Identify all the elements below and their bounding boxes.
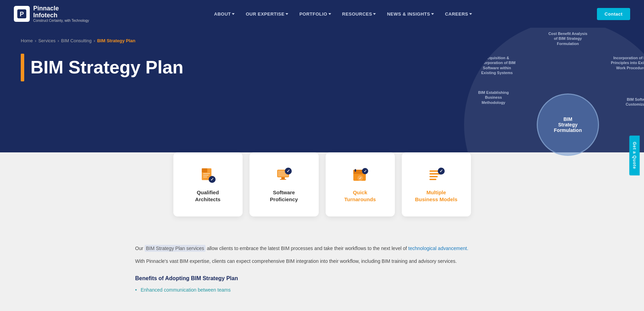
benefits-heading: Benefits of Adopting BIM Strategy Plan — [135, 275, 509, 282]
architects-icon-wrapper: ✓ — [199, 166, 217, 184]
feature-label-turnarounds: QuickTurnarounds — [344, 189, 376, 203]
svg-rect-5 — [203, 175, 209, 176]
breadcrumb-sep: › — [94, 38, 95, 43]
breadcrumb-current: BIM Strategy Plan — [97, 38, 136, 43]
svg-text:P: P — [20, 11, 24, 18]
turnarounds-icon: ✓ ✓ — [351, 166, 369, 184]
svg-rect-11 — [281, 177, 285, 179]
svg-rect-26 — [429, 176, 438, 177]
chevron-down-icon — [469, 13, 472, 15]
svg-rect-4 — [203, 173, 210, 174]
svg-rect-12 — [280, 179, 286, 180]
benefits-list: Enhanced communication between teams — [135, 285, 509, 295]
nav-item-expertise[interactable]: OUR EXPERTISE — [240, 0, 294, 28]
bim-diagram: Cost Benefit Analysis of BIM Strategy Fo… — [464, 28, 644, 173]
nav-item-resources[interactable]: RESOURCES — [337, 0, 382, 28]
business-icon: ✓ — [427, 166, 445, 184]
breadcrumb-sep: › — [58, 38, 59, 43]
software-icon: ✓ — [275, 166, 293, 184]
svg-text:✓: ✓ — [363, 169, 366, 173]
software-icon-wrapper: ✓ — [275, 166, 293, 184]
hero-section: Home › Services › BIM Consulting › BIM S… — [0, 28, 644, 173]
bim-label-software-custom: BIM Software Customization — [616, 97, 644, 107]
svg-rect-3 — [202, 168, 207, 172]
features-section: ✓ QualifiedArchitects ✓ SoftwareProfi — [0, 152, 644, 230]
logo[interactable]: P PinnacleInfotech Construct Certainty, … — [14, 5, 89, 23]
chevron-down-icon — [232, 13, 235, 15]
navbar: P PinnacleInfotech Construct Certainty, … — [0, 0, 644, 28]
brand-tagline: Construct Certainty, with Technology — [33, 19, 89, 23]
turnarounds-icon-wrapper: ✓ ✓ — [351, 166, 369, 184]
breadcrumb-services[interactable]: Services — [38, 38, 56, 43]
svg-text:✓: ✓ — [287, 169, 290, 174]
architects-icon: ✓ — [199, 166, 217, 184]
contact-button[interactable]: Contact — [597, 8, 630, 20]
bim-center-text: BIMStrategyFormulation — [554, 116, 582, 133]
chevron-down-icon — [285, 13, 288, 15]
bim-label-incorporation: Incorporation of BIM Principles into Exi… — [609, 55, 644, 70]
feature-card-software[interactable]: ✓ SoftwareProficiency — [250, 152, 319, 216]
page-title: BIM Strategy Plan — [30, 57, 183, 77]
business-icon-wrapper: ✓ — [427, 166, 445, 184]
content-paragraph1: Our BIM Strategy Plan services allow cli… — [135, 244, 509, 253]
feature-card-business[interactable]: ✓ MultipleBusiness Models — [402, 152, 471, 216]
svg-text:✓: ✓ — [439, 169, 443, 174]
get-quote-tab[interactable]: Get a Quote — [629, 135, 640, 175]
nav-item-portfolio[interactable]: PORTFOLIO — [294, 0, 336, 28]
svg-rect-27 — [429, 179, 436, 180]
nav-item-about[interactable]: ABOUT — [209, 0, 241, 28]
content-section: Our BIM Strategy Plan services allow cli… — [115, 230, 530, 309]
chevron-down-icon — [431, 13, 434, 15]
logo-icon: P — [14, 6, 30, 22]
breadcrumb-home[interactable]: Home — [21, 38, 33, 43]
highlight-services: BIM Strategy Plan services — [145, 245, 206, 252]
chevron-down-icon — [373, 13, 376, 15]
feature-card-turnarounds[interactable]: ✓ ✓ QuickTurnarounds — [326, 152, 395, 216]
chevron-down-icon — [328, 13, 331, 15]
content-paragraph2: With Pinnacle's vast BIM expertise, clie… — [135, 257, 509, 266]
bim-label-acquisition: Acquisition & Incorporation of BIM Softw… — [478, 55, 516, 75]
bim-label-cost-benefit: Cost Benefit Analysis of BIM Strategy Fo… — [547, 31, 589, 46]
brand-name: PinnacleInfotech — [33, 5, 89, 19]
nav-item-careers[interactable]: CAREERS — [439, 0, 478, 28]
bim-label-methodology: BIM Establishing Business Methodology — [474, 90, 513, 105]
feature-label-software: SoftwareProficiency — [270, 189, 298, 203]
feature-card-architects[interactable]: ✓ QualifiedArchitects — [173, 152, 243, 216]
feature-label-business: MultipleBusiness Models — [415, 189, 457, 203]
svg-rect-6 — [203, 177, 207, 177]
breadcrumb-sep: › — [35, 38, 36, 43]
hero-accent-bar — [21, 54, 24, 81]
svg-text:✓: ✓ — [210, 177, 214, 182]
features-grid: ✓ QualifiedArchitects ✓ SoftwareProfi — [173, 152, 471, 216]
nav-item-news[interactable]: NEWS & INSIGHTS — [381, 0, 439, 28]
link-tech-advancement[interactable]: technological advancement. — [408, 246, 469, 251]
logo-text: PinnacleInfotech Construct Certainty, wi… — [33, 5, 89, 23]
nav-menu: ABOUT OUR EXPERTISE PORTFOLIO RESOURCES … — [209, 0, 478, 28]
svg-text:✓: ✓ — [359, 176, 362, 180]
bim-center-circle: BIMStrategyFormulation — [537, 94, 599, 156]
breadcrumb-bim-consulting[interactable]: BIM Consulting — [61, 38, 92, 43]
svg-rect-18 — [355, 169, 356, 172]
benefit-item-1: Enhanced communication between teams — [135, 285, 509, 295]
feature-label-architects: QualifiedArchitects — [195, 189, 220, 203]
